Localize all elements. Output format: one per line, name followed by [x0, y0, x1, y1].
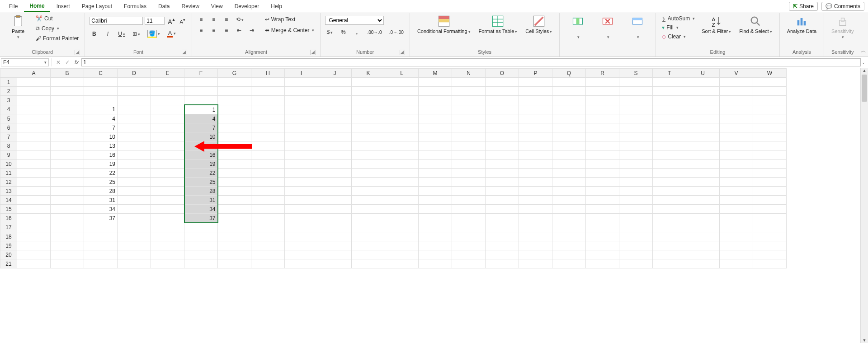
row-header-17[interactable]: 17: [0, 223, 17, 232]
cell-W21[interactable]: [753, 259, 787, 268]
cell-L18[interactable]: [385, 232, 419, 241]
cell-N2[interactable]: [452, 87, 486, 96]
col-header-N[interactable]: N: [452, 69, 486, 78]
cell-O18[interactable]: [486, 232, 519, 241]
cell-K17[interactable]: [352, 223, 385, 232]
format-cells-button[interactable]: ▾: [624, 14, 651, 41]
cell-A18[interactable]: [17, 232, 51, 241]
cell-D3[interactable]: [118, 96, 151, 105]
cell-V9[interactable]: [720, 150, 753, 160]
cell-I12[interactable]: [285, 178, 318, 187]
cell-C5[interactable]: 4: [84, 114, 118, 123]
cell-S13[interactable]: [619, 187, 653, 196]
cell-W14[interactable]: [753, 196, 787, 205]
cell-R7[interactable]: [586, 132, 619, 141]
cell-N20[interactable]: [452, 250, 486, 259]
cell-L17[interactable]: [385, 223, 419, 232]
cell-N1[interactable]: [452, 78, 486, 87]
cell-B1[interactable]: [51, 78, 84, 87]
cell-G16[interactable]: [218, 214, 251, 223]
cell-H20[interactable]: [251, 250, 285, 259]
cell-O8[interactable]: [486, 141, 519, 150]
cell-E1[interactable]: [151, 78, 184, 87]
cell-O19[interactable]: [486, 241, 519, 250]
cell-M14[interactable]: [419, 196, 452, 205]
cell-L6[interactable]: [385, 123, 419, 132]
alignment-launcher[interactable]: ◢: [310, 50, 316, 55]
cell-J19[interactable]: [318, 241, 352, 250]
cell-V10[interactable]: [720, 160, 753, 169]
cell-B18[interactable]: [51, 232, 84, 241]
cell-P8[interactable]: [519, 141, 552, 150]
cell-M5[interactable]: [419, 114, 452, 123]
cell-Q10[interactable]: [552, 160, 586, 169]
cell-Q17[interactable]: [552, 223, 586, 232]
row-header-6[interactable]: 6: [0, 123, 17, 132]
col-header-M[interactable]: M: [419, 69, 452, 78]
cell-R12[interactable]: [586, 178, 619, 187]
cell-N18[interactable]: [452, 232, 486, 241]
cell-F18[interactable]: [184, 232, 218, 241]
font-size-input[interactable]: [145, 17, 165, 25]
cell-O13[interactable]: [486, 187, 519, 196]
cell-M13[interactable]: [419, 187, 452, 196]
cell-P14[interactable]: [519, 196, 552, 205]
cell-B17[interactable]: [51, 223, 84, 232]
cell-E3[interactable]: [151, 96, 184, 105]
increase-indent-button[interactable]: ⇥: [247, 27, 256, 34]
cell-I18[interactable]: [285, 232, 318, 241]
cell-A21[interactable]: [17, 259, 51, 268]
cell-E7[interactable]: [151, 132, 184, 141]
cell-G13[interactable]: [218, 187, 251, 196]
comma-button[interactable]: ,: [352, 28, 361, 36]
cell-D14[interactable]: [118, 196, 151, 205]
cell-H19[interactable]: [251, 241, 285, 250]
cell-A15[interactable]: [17, 205, 51, 214]
cell-I8[interactable]: [285, 141, 318, 150]
cell-N21[interactable]: [452, 259, 486, 268]
cell-S1[interactable]: [619, 78, 653, 87]
cell-T11[interactable]: [653, 169, 686, 178]
cell-G2[interactable]: [218, 87, 251, 96]
row-header-16[interactable]: 16: [0, 214, 17, 223]
cell-M1[interactable]: [419, 78, 452, 87]
row-header-10[interactable]: 10: [0, 160, 17, 169]
cell-T2[interactable]: [653, 87, 686, 96]
format-painter-button[interactable]: 🖌Format Painter: [34, 35, 80, 42]
cell-Q7[interactable]: [552, 132, 586, 141]
cell-C3[interactable]: [84, 96, 118, 105]
row-header-15[interactable]: 15: [0, 205, 17, 214]
cell-F16[interactable]: 37: [184, 214, 218, 223]
cell-S21[interactable]: [619, 259, 653, 268]
cell-S14[interactable]: [619, 196, 653, 205]
cell-L9[interactable]: [385, 150, 419, 160]
scroll-down-arrow[interactable]: ▼: [861, 338, 868, 343]
cell-H7[interactable]: [251, 132, 285, 141]
cancel-formula-button[interactable]: ✕: [54, 59, 63, 66]
cell-E6[interactable]: [151, 123, 184, 132]
cell-M2[interactable]: [419, 87, 452, 96]
cell-K5[interactable]: [352, 114, 385, 123]
cell-I15[interactable]: [285, 205, 318, 214]
cell-J12[interactable]: [318, 178, 352, 187]
cell-B19[interactable]: [51, 241, 84, 250]
cell-F13[interactable]: 28: [184, 187, 218, 196]
cell-N13[interactable]: [452, 187, 486, 196]
cell-P19[interactable]: [519, 241, 552, 250]
cell-C20[interactable]: [84, 250, 118, 259]
cell-T9[interactable]: [653, 150, 686, 160]
cell-E5[interactable]: [151, 114, 184, 123]
borders-button[interactable]: ⊞▾: [131, 30, 142, 38]
cell-T16[interactable]: [653, 214, 686, 223]
cell-N15[interactable]: [452, 205, 486, 214]
cell-A7[interactable]: [17, 132, 51, 141]
cell-D12[interactable]: [118, 178, 151, 187]
scroll-thumb[interactable]: [862, 75, 867, 102]
cell-C14[interactable]: 31: [84, 196, 118, 205]
cell-H10[interactable]: [251, 160, 285, 169]
cell-O14[interactable]: [486, 196, 519, 205]
cell-Q4[interactable]: [552, 105, 586, 114]
cell-B8[interactable]: [51, 141, 84, 150]
find-select-button[interactable]: Find & Select▾: [736, 14, 774, 35]
decrease-font-button[interactable]: A▾: [178, 17, 187, 25]
